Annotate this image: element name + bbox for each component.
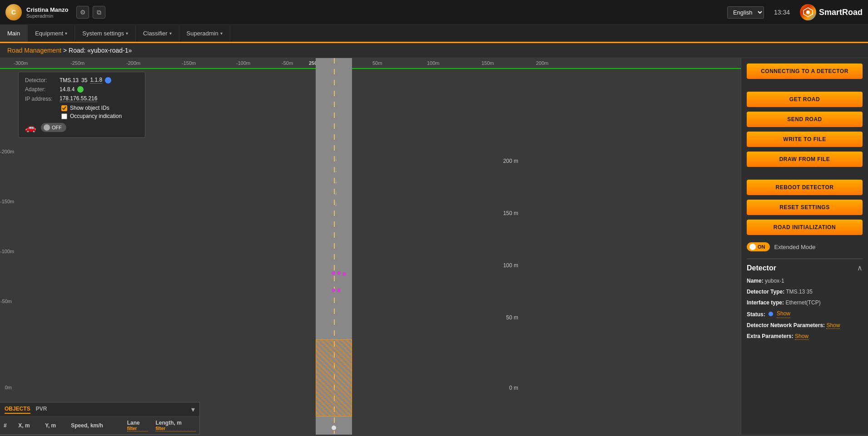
write-to-file-btn[interactable]: WRITE TO FILE bbox=[747, 132, 863, 147]
nav-equipment[interactable]: Equipment ▾ bbox=[28, 25, 75, 42]
collapse-objects-icon[interactable]: ▾ bbox=[191, 405, 195, 414]
col-y: Y, m bbox=[41, 417, 67, 435]
col-speed: Speed, km/h bbox=[67, 417, 124, 435]
nav-classifier[interactable]: Classifier ▾ bbox=[136, 25, 179, 42]
chevron-down-icon: ▾ bbox=[220, 31, 223, 36]
green-line bbox=[0, 68, 741, 69]
network-show-link[interactable]: Show bbox=[826, 322, 840, 329]
user-role: Superadmin bbox=[26, 13, 68, 19]
lane-filter[interactable]: filter bbox=[127, 426, 149, 431]
road-view[interactable]: -300m -250m -200m -150m -100m -50m 250 m… bbox=[0, 58, 741, 435]
occupancy-row[interactable]: Occupancy indication bbox=[61, 113, 139, 119]
chevron-down-icon: ▾ bbox=[169, 31, 172, 36]
ruler-mark: -50m bbox=[282, 60, 293, 66]
v-label-100: -100m bbox=[0, 249, 14, 254]
detector-id: 35 bbox=[81, 77, 87, 83]
detector-label: Detector: bbox=[25, 77, 57, 83]
occupancy-checkbox[interactable] bbox=[61, 113, 67, 119]
adapter-label: Adapter: bbox=[25, 86, 57, 93]
show-ids-row[interactable]: Show object IDs bbox=[61, 105, 139, 111]
main-content: -300m -250m -200m -150m -100m -50m 250 m… bbox=[0, 58, 868, 435]
status-dot-green bbox=[77, 86, 84, 93]
breadcrumb-current: Road: «yubox-road-1» bbox=[69, 47, 132, 54]
breadcrumb: Road Management > Road: «yubox-road-1» bbox=[0, 43, 868, 58]
det-dot bbox=[332, 289, 335, 292]
window-icon[interactable]: ⧉ bbox=[93, 6, 105, 19]
nav-main[interactable]: Main bbox=[0, 25, 28, 42]
car-icon: 🚗 bbox=[25, 122, 36, 133]
ruler-mark: -200m bbox=[126, 60, 140, 66]
v-label-0: 0m bbox=[0, 385, 14, 390]
extra-params-row: Extra Parameters: Show bbox=[747, 332, 863, 340]
col-num: # bbox=[0, 417, 15, 435]
road-strip bbox=[316, 58, 352, 435]
ruler-mark: -100m bbox=[236, 60, 250, 66]
dist-label-50: 50 m bbox=[506, 314, 518, 321]
draw-from-file-btn[interactable]: DRAW FROM FILE bbox=[747, 152, 863, 167]
ruler-mark: 100m bbox=[427, 60, 440, 66]
col-lane: Lane filter bbox=[124, 417, 152, 435]
right-panel: CONNECTING TO A DETECTOR GET ROAD SEND R… bbox=[741, 58, 868, 435]
det-dot bbox=[337, 271, 341, 275]
dist-label-0: 0 m bbox=[509, 385, 518, 391]
language-selector[interactable]: English bbox=[727, 6, 764, 19]
brand: SmartRoad bbox=[800, 4, 863, 20]
detector-status-row: Status: Show bbox=[747, 309, 863, 318]
objects-panel: OBJECTS PVR ▾ # X, m Y, m Speed, km/h La… bbox=[0, 402, 200, 435]
occupancy-label: Occupancy indication bbox=[70, 113, 122, 119]
detector-section-title: Detector bbox=[747, 264, 776, 272]
tab-objects[interactable]: OBJECTS bbox=[5, 406, 30, 414]
length-filter[interactable]: filter bbox=[155, 426, 196, 431]
extended-mode-label: Extended Mode bbox=[774, 244, 816, 250]
clock: 13:34 bbox=[774, 9, 790, 16]
nav-system-settings[interactable]: System settings ▾ bbox=[75, 25, 136, 42]
network-params-row: Detector Network Parameters: Show bbox=[747, 321, 863, 329]
detector-type-row: Detector Type: TMS.13 35 bbox=[747, 288, 863, 296]
show-ids-label: Show object IDs bbox=[70, 105, 109, 111]
avatar: C bbox=[5, 4, 22, 20]
breadcrumb-root[interactable]: Road Management bbox=[7, 47, 61, 54]
detector-section-header: Detector ∧ bbox=[747, 264, 863, 272]
ip-label: IP address: bbox=[25, 96, 57, 102]
road-init-btn[interactable]: ROAD INITIALIZATION bbox=[747, 220, 863, 235]
objects-table: # X, m Y, m Speed, km/h Lane filter Leng… bbox=[0, 417, 199, 435]
connecting-btn[interactable]: CONNECTING TO A DETECTOR bbox=[747, 64, 863, 79]
dist-label-200: 200 m bbox=[503, 158, 518, 164]
top-bar-icons: ⚙ ⧉ bbox=[76, 6, 105, 19]
breadcrumb-separator: > bbox=[63, 47, 69, 54]
det-dot bbox=[337, 289, 341, 292]
ruler-mark: -250m bbox=[70, 60, 84, 66]
ruler-mark: -300m bbox=[14, 60, 28, 66]
nav-superadmin[interactable]: Superadmin ▾ bbox=[179, 25, 230, 42]
detector-model: TMS.13 bbox=[60, 77, 79, 83]
toggle-on-circle bbox=[749, 244, 756, 250]
det-dot bbox=[332, 271, 335, 275]
extended-mode-toggle[interactable]: ON bbox=[747, 242, 770, 251]
detector-toggle[interactable]: OFF bbox=[41, 123, 66, 132]
detector-info-box: Detector: TMS.13 35 1.1.8 Adapter: 14.8.… bbox=[18, 72, 145, 138]
svg-point-1 bbox=[806, 10, 810, 14]
detector-interface-row: Interface type: Ethernet(TCP) bbox=[747, 299, 863, 307]
settings-icon[interactable]: ⚙ bbox=[76, 6, 89, 19]
objects-header: OBJECTS PVR ▾ bbox=[0, 402, 199, 417]
col-length: Length, m filter bbox=[152, 417, 199, 435]
send-road-btn[interactable]: SEND ROAD bbox=[747, 112, 863, 127]
collapse-detector-icon[interactable]: ∧ bbox=[857, 264, 863, 272]
chevron-down-icon: ▾ bbox=[126, 31, 128, 36]
top-bar: C Cristina Manzo Superadmin ⚙ ⧉ English … bbox=[0, 0, 868, 25]
ruler-mark: 200m bbox=[536, 60, 549, 66]
v-label-50: -50m bbox=[0, 299, 14, 304]
tab-pvr[interactable]: PVR bbox=[36, 406, 47, 414]
get-road-btn[interactable]: GET ROAD bbox=[747, 92, 863, 107]
orange-zone bbox=[316, 339, 352, 416]
detector-section: Detector ∧ Name: yubox-1 Detector Type: … bbox=[747, 259, 863, 343]
chevron-down-icon: ▾ bbox=[65, 31, 67, 36]
extra-show-link[interactable]: Show bbox=[795, 333, 808, 340]
arrows-group: ↓ ↓ ↓ ↓ ↓ bbox=[334, 153, 338, 208]
reset-settings-btn[interactable]: RESET SETTINGS bbox=[747, 200, 863, 215]
detector-name-row: Name: yubox-1 bbox=[747, 277, 863, 285]
status-show-link[interactable]: Show bbox=[777, 309, 790, 318]
reboot-detector-btn[interactable]: REBOOT DETECTOR bbox=[747, 180, 863, 195]
show-ids-checkbox[interactable] bbox=[61, 105, 67, 111]
user-name: Cristina Manzo bbox=[26, 6, 68, 13]
